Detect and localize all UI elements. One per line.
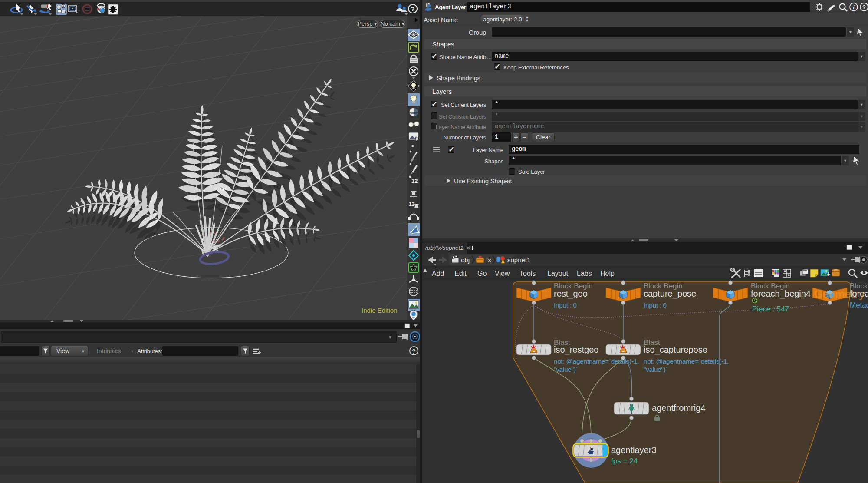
svg-text:Piece : 547: Piece : 547: [752, 305, 789, 313]
svg-text:capture_pose: capture_pose: [644, 289, 696, 299]
svg-text:Input : 0: Input : 0: [644, 301, 667, 309]
svg-text:Metad: Metad: [850, 301, 868, 309]
svg-text:foreac: foreac: [850, 289, 868, 298]
svg-text:sopnet1: sopnet1: [507, 256, 530, 264]
svg-text:not: @agentname=`details(-1,: not: @agentname=`details(-1,: [644, 357, 729, 365]
svg-text:?: ?: [862, 4, 866, 10]
svg-text:?: ?: [411, 5, 414, 13]
svg-text:fps = 24: fps = 24: [611, 457, 638, 465]
svg-text:obj: obj: [461, 256, 470, 264]
svg-text:"value")`: "value")`: [554, 366, 578, 373]
svg-text:iso_restgeo: iso_restgeo: [554, 345, 598, 355]
svg-text:i: i: [853, 4, 855, 10]
svg-text:fx: fx: [486, 256, 491, 264]
svg-text:12: 12: [411, 178, 418, 184]
svg-text:agentfromrig4: agentfromrig4: [652, 403, 705, 413]
svg-text:Input : 0: Input : 0: [554, 301, 577, 309]
svg-text:not: @agentname=`details(-1,: not: @agentname=`details(-1,: [554, 357, 639, 365]
svg-text:rest_geo: rest_geo: [554, 289, 588, 299]
svg-text:"value")`: "value")`: [644, 366, 667, 373]
svg-text:foreach_begin4: foreach_begin4: [751, 289, 811, 299]
svg-text:iso_capturepose: iso_capturepose: [644, 345, 707, 355]
svg-text:agentlayer3: agentlayer3: [611, 445, 657, 455]
svg-text:12: 12: [409, 201, 415, 207]
